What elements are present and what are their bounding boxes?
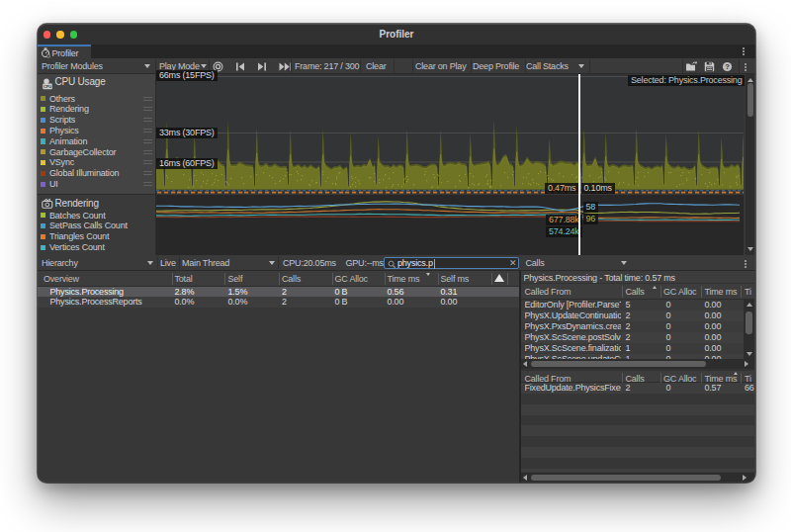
svg-text:CPU: CPU bbox=[43, 84, 50, 89]
svg-text:?: ? bbox=[725, 62, 730, 71]
